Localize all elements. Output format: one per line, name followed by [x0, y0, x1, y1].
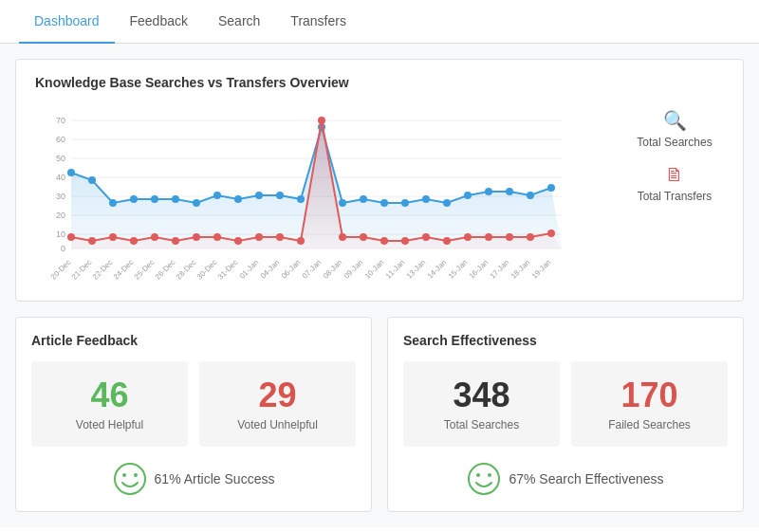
svg-point-61: [464, 233, 472, 241]
helpful-label: Voted Helpful: [43, 418, 176, 431]
svg-text:0: 0: [61, 244, 65, 253]
svg-point-90: [115, 464, 145, 494]
svg-text:20-Dec: 20-Dec: [49, 258, 73, 282]
svg-point-28: [297, 195, 305, 203]
legend-searches-label: Total Searches: [637, 136, 712, 149]
svg-point-93: [469, 464, 499, 494]
feedback-footer-text: 61% Article Success: [155, 471, 275, 486]
svg-point-40: [547, 184, 555, 192]
svg-text:50: 50: [56, 154, 65, 163]
svg-text:09-Jan: 09-Jan: [342, 258, 365, 281]
transfer-icon: 🗎: [665, 164, 684, 186]
svg-point-18: [88, 176, 96, 184]
svg-point-17: [67, 169, 75, 176]
svg-point-24: [213, 192, 221, 199]
legend-total-transfers: 🗎 Total Transfers: [625, 164, 724, 203]
unhelpful-label: Voted Unhelpful: [211, 418, 344, 431]
svg-point-22: [172, 195, 179, 203]
svg-text:10: 10: [56, 229, 65, 239]
svg-point-42: [67, 233, 75, 241]
chart-svg: 70 60 50 40 30 20 10 0: [35, 101, 585, 282]
search-footer: 67% Search Effectiveness: [403, 462, 728, 496]
svg-point-39: [527, 192, 534, 199]
feedback-card-title: Article Feedback: [31, 333, 356, 348]
svg-point-43: [88, 237, 96, 245]
chart-svg-container: 70 60 50 40 30 20 10 0: [35, 101, 610, 285]
svg-point-37: [485, 188, 492, 195]
svg-text:40: 40: [56, 173, 65, 182]
svg-point-60: [443, 237, 451, 245]
svg-point-59: [422, 233, 430, 241]
smiley-icon-feedback: [113, 462, 147, 496]
failed-searches-box: 170 Failed Searches: [571, 361, 728, 447]
svg-text:19-Jan: 19-Jan: [530, 258, 553, 281]
svg-text:07-Jan: 07-Jan: [301, 258, 324, 281]
svg-point-48: [193, 233, 200, 241]
svg-point-36: [464, 192, 472, 199]
svg-text:26-Dec: 26-Dec: [154, 258, 177, 282]
svg-point-57: [380, 237, 388, 245]
svg-point-51: [255, 233, 263, 241]
content-area: Knowledge Base Searches vs Transfers Ove…: [0, 44, 759, 527]
legend-transfers-label: Total Transfers: [638, 190, 713, 203]
failed-searches-label: Failed Searches: [583, 418, 716, 431]
legend-total-searches: 🔍 Total Searches: [625, 109, 724, 149]
svg-text:60: 60: [56, 135, 65, 144]
smiley-icon-search: [467, 462, 501, 496]
chart-legend: 🔍 Total Searches 🗎 Total Transfers: [610, 101, 724, 203]
svg-text:22-Dec: 22-Dec: [91, 258, 115, 282]
search-footer-text: 67% Search Effectiveness: [509, 471, 663, 486]
svg-point-45: [130, 237, 138, 245]
tab-transfers[interactable]: Transfers: [275, 0, 361, 44]
search-effectiveness-card: Search Effectiveness 348 Total Searches …: [387, 317, 744, 512]
svg-text:30-Dec: 30-Dec: [195, 258, 219, 282]
svg-point-34: [422, 195, 430, 203]
svg-point-46: [151, 233, 158, 241]
total-searches-number: 348: [415, 376, 548, 414]
svg-point-54: [318, 117, 325, 124]
svg-point-31: [360, 195, 367, 203]
svg-point-49: [213, 233, 221, 241]
tab-feedback[interactable]: Feedback: [115, 0, 203, 44]
svg-point-65: [547, 229, 555, 237]
svg-text:14-Jan: 14-Jan: [426, 258, 449, 281]
svg-point-33: [401, 199, 409, 207]
svg-text:31-Dec: 31-Dec: [216, 258, 240, 282]
svg-point-21: [151, 195, 158, 203]
svg-text:70: 70: [56, 116, 65, 125]
svg-point-94: [476, 473, 480, 477]
svg-point-27: [276, 192, 284, 199]
svg-point-32: [380, 199, 388, 207]
svg-point-58: [401, 237, 409, 245]
tab-bar: Dashboard Feedback Search Transfers: [0, 0, 759, 44]
svg-point-20: [130, 195, 138, 203]
svg-point-56: [360, 233, 367, 241]
svg-point-92: [134, 473, 138, 477]
svg-point-63: [506, 233, 513, 241]
svg-text:08-Jan: 08-Jan: [322, 258, 344, 281]
svg-point-26: [255, 192, 263, 199]
total-searches-label: Total Searches: [415, 418, 548, 431]
svg-point-35: [443, 199, 451, 207]
svg-point-50: [234, 237, 242, 245]
svg-text:28-Dec: 28-Dec: [175, 258, 198, 282]
unhelpful-box: 29 Voted Unhelpful: [199, 361, 356, 447]
svg-text:21-Dec: 21-Dec: [70, 258, 94, 282]
svg-point-91: [122, 473, 126, 477]
svg-point-64: [527, 233, 534, 241]
tab-dashboard[interactable]: Dashboard: [19, 0, 115, 44]
unhelpful-number: 29: [211, 376, 344, 414]
helpful-number: 46: [43, 376, 176, 414]
svg-point-52: [276, 233, 284, 241]
svg-text:01-Jan: 01-Jan: [238, 258, 261, 281]
svg-point-23: [193, 199, 200, 207]
svg-point-38: [506, 188, 513, 195]
svg-point-19: [109, 199, 117, 207]
search-icon: 🔍: [663, 109, 687, 132]
svg-text:25-Dec: 25-Dec: [133, 258, 157, 282]
tab-search[interactable]: Search: [203, 0, 275, 44]
feedback-footer: 61% Article Success: [31, 462, 356, 496]
svg-point-25: [234, 195, 242, 203]
helpful-box: 46 Voted Helpful: [31, 361, 188, 447]
svg-point-47: [172, 237, 179, 245]
